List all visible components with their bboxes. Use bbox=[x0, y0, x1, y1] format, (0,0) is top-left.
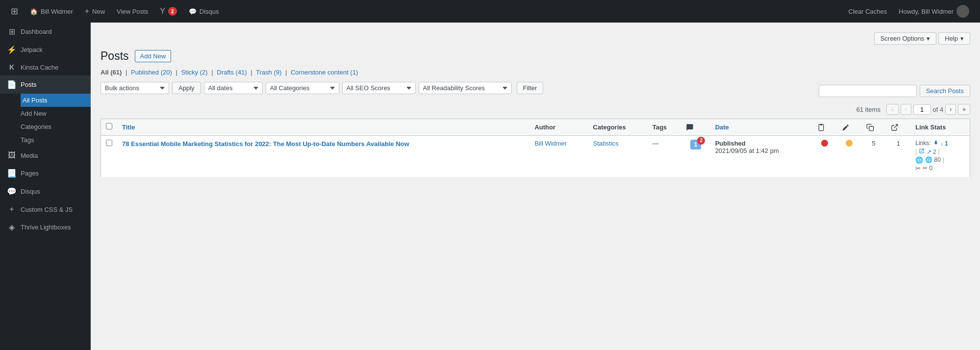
site-name-icon: 🏠 bbox=[30, 8, 38, 15]
avatar bbox=[956, 5, 969, 18]
clipboard-icon bbox=[817, 124, 825, 131]
comments-cell: 1 2 bbox=[681, 135, 710, 177]
adminbar-clear-caches[interactable]: Clear Caches bbox=[843, 0, 893, 23]
links-globe-row: 🌐 🌐 80 | bbox=[915, 156, 965, 164]
comment-notification-badge: 2 bbox=[697, 137, 705, 145]
search-posts-button[interactable]: Search Posts bbox=[920, 85, 970, 97]
top-options-bar: Screen Options ▾ Help ▾ bbox=[101, 32, 970, 45]
adminbar-yoast[interactable]: Y 2 bbox=[154, 0, 183, 23]
posts-icon: 📄 bbox=[7, 80, 17, 89]
kinsta-icon: K bbox=[7, 63, 17, 71]
sidebar-item-kinsta-cache[interactable]: K Kinsta Cache bbox=[0, 59, 91, 75]
disqus-sidebar-icon: 💬 bbox=[7, 187, 17, 196]
adminbar-view-posts[interactable]: View Posts bbox=[111, 0, 154, 23]
categories-cell: Statistics bbox=[588, 135, 648, 177]
wp-logo-icon: ⊞ bbox=[11, 6, 18, 17]
svg-line-3 bbox=[894, 125, 898, 128]
filter-link-all[interactable]: All (61) bbox=[101, 69, 122, 76]
all-categories-select[interactable]: All Categories bbox=[266, 82, 339, 94]
all-readability-select[interactable]: All Readability Scores bbox=[419, 82, 512, 94]
comments-column-header bbox=[681, 119, 710, 136]
filter-link-published[interactable]: Published (20) bbox=[131, 69, 172, 76]
select-all-checkbox[interactable] bbox=[106, 123, 112, 129]
seo-dot-red bbox=[821, 140, 828, 147]
date-cell: Published 2021/09/05 at 1:42 pm bbox=[710, 135, 813, 177]
title-column-header[interactable]: Title bbox=[117, 119, 529, 136]
tags-column-header: Tags bbox=[648, 119, 681, 136]
yoast-icon: Y bbox=[160, 7, 165, 16]
title-cell: 78 Essential Mobile Marketing Statistics… bbox=[117, 135, 529, 177]
first-page-button[interactable]: « bbox=[886, 104, 899, 115]
sidebar-item-custom-css-js[interactable]: + Custom CSS & JS bbox=[0, 200, 91, 218]
last-page-button[interactable]: » bbox=[958, 104, 970, 115]
chevron-down-icon-help: ▾ bbox=[960, 35, 964, 42]
category-link[interactable]: Statistics bbox=[593, 140, 619, 147]
filter-link-cornerstone[interactable]: Cornerstone content (1) bbox=[291, 69, 358, 76]
add-new-button[interactable]: Add New bbox=[135, 50, 172, 62]
table-header-row: Title Author Categories Tags Date bbox=[101, 119, 970, 136]
link-stats: Links: ↓ 1 | ↗ 2 | bbox=[915, 140, 965, 172]
col7-column-header bbox=[812, 119, 837, 136]
all-seo-scores-select[interactable]: All SEO Scores bbox=[342, 82, 416, 94]
sidebar-item-media[interactable]: 🖼 Media bbox=[0, 147, 91, 164]
bulk-actions-select[interactable]: Bulk actions Edit Move to Trash bbox=[101, 82, 169, 94]
sidebar-item-pages[interactable]: 📃 Pages bbox=[0, 164, 91, 182]
filter-link-drafts[interactable]: Drafts (41) bbox=[217, 69, 247, 76]
sidebar-item-dashboard[interactable]: ⊞ Dashboard bbox=[0, 23, 91, 41]
adminbar-site-name[interactable]: 🏠 Bill Widmer bbox=[24, 0, 79, 23]
author-link[interactable]: Bill Widmer bbox=[534, 140, 567, 147]
apply-button[interactable]: Apply bbox=[172, 82, 201, 94]
sidebar-item-thrive-lightboxes[interactable]: ◈ Thrive Lightboxes bbox=[0, 218, 91, 236]
sidebar-item-posts[interactable]: 📄 Posts bbox=[0, 75, 91, 94]
screen-options-button[interactable]: Screen Options ▾ bbox=[874, 32, 937, 45]
arrow-down-icon bbox=[933, 140, 939, 146]
page-title-row: Posts Add New bbox=[101, 50, 970, 63]
adminbar-disqus[interactable]: 💬 Disqus bbox=[183, 0, 225, 23]
filter-links: All (61) | Published (20) | Sticky (2) |… bbox=[101, 69, 970, 76]
all-dates-select[interactable]: All dates bbox=[204, 82, 263, 94]
categories-column-header: Categories bbox=[588, 119, 648, 136]
edit-icon bbox=[842, 124, 850, 131]
current-page-input[interactable] bbox=[913, 104, 931, 115]
link-stats-cell: Links: ↓ 1 | ↗ 2 | bbox=[910, 135, 970, 177]
disqus-icon: 💬 bbox=[189, 8, 197, 15]
jetpack-icon: ⚡ bbox=[7, 45, 17, 54]
seo-dot-orange bbox=[846, 140, 853, 147]
prev-page-button[interactable]: ‹ bbox=[901, 104, 911, 115]
help-button[interactable]: Help ▾ bbox=[938, 32, 970, 45]
sidebar: ⊞ Dashboard ⚡ Jetpack K Kinsta Cache 📄 P… bbox=[0, 23, 91, 350]
links-label-row: Links: ↓ 1 bbox=[915, 140, 965, 147]
sidebar-item-all-posts[interactable]: All Posts bbox=[21, 94, 91, 107]
links-down: ↓ 1 bbox=[933, 140, 948, 147]
adminbar-howdy[interactable]: Howdy, Bill Widmer bbox=[893, 0, 975, 23]
tags-cell: — bbox=[648, 135, 681, 177]
search-input[interactable] bbox=[819, 85, 917, 97]
select-all-column bbox=[101, 119, 118, 136]
external-link-icon bbox=[891, 124, 899, 131]
post-title-link[interactable]: 78 Essential Mobile Marketing Statistics… bbox=[122, 140, 409, 148]
author-cell: Bill Widmer bbox=[529, 135, 588, 177]
filter-link-sticky[interactable]: Sticky (2) bbox=[181, 69, 207, 76]
adminbar-logo[interactable]: ⊞ bbox=[5, 0, 24, 23]
links-broken-row: ✂ ✂ 0 bbox=[915, 165, 965, 172]
dashboard-icon: ⊞ bbox=[7, 27, 17, 36]
sidebar-item-jetpack[interactable]: ⚡ Jetpack bbox=[0, 41, 91, 59]
adminbar-new[interactable]: + New bbox=[79, 0, 111, 23]
toolbar-row: Bulk actions Edit Move to Trash Apply Al… bbox=[101, 82, 970, 100]
sidebar-item-disqus[interactable]: 💬 Disqus bbox=[0, 182, 91, 200]
page-title: Posts bbox=[101, 50, 129, 63]
next-page-button[interactable]: › bbox=[945, 104, 956, 115]
sidebar-item-categories[interactable]: Categories bbox=[21, 120, 91, 133]
sidebar-item-add-new[interactable]: Add New bbox=[21, 107, 91, 120]
col8-column-header bbox=[837, 119, 861, 136]
sidebar-item-tags[interactable]: Tags bbox=[21, 133, 91, 147]
chevron-down-icon: ▾ bbox=[927, 35, 930, 42]
row-checkbox[interactable] bbox=[106, 140, 112, 146]
copy-icon bbox=[866, 124, 874, 131]
new-icon: + bbox=[85, 7, 89, 16]
yoast-badge: 2 bbox=[168, 7, 177, 16]
filter-link-trash[interactable]: Trash (9) bbox=[256, 69, 281, 76]
link-stats-column-header: Link Stats bbox=[910, 119, 970, 136]
date-column-header[interactable]: Date bbox=[710, 119, 813, 136]
filter-button[interactable]: Filter bbox=[517, 82, 544, 94]
